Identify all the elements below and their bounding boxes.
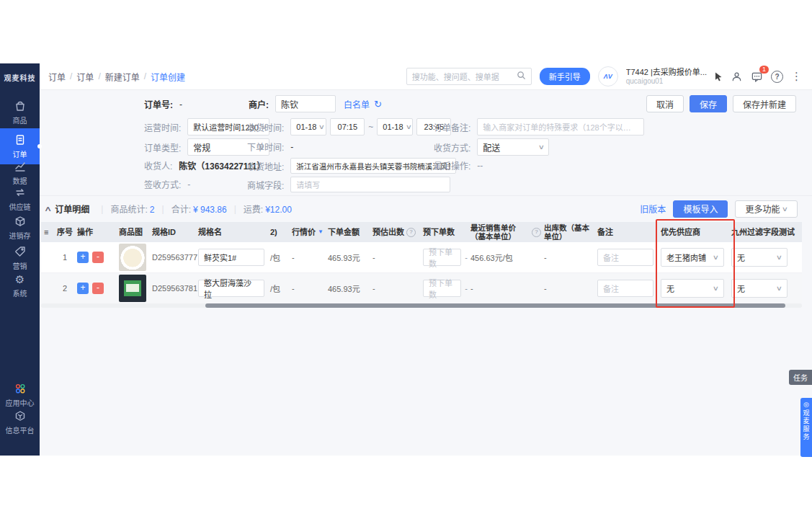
details-title: 订单明细 (55, 203, 89, 215)
sidebar-item-goods[interactable]: 商品 (0, 99, 40, 125)
chevron-down-icon: ∨ (776, 285, 782, 292)
order-doc-icon (14, 133, 27, 146)
sidebar-item-app-center[interactable]: 应用中心 (0, 382, 40, 408)
breadcrumb-item[interactable]: 订单 (48, 71, 66, 83)
contact-service-icon[interactable] (731, 71, 743, 83)
pre-order-input[interactable]: 预下单数 (423, 249, 461, 266)
app-center-icon (14, 382, 27, 395)
message-badge: 1 (759, 66, 769, 74)
receive-date-start-select[interactable]: 01-18 ∨ (290, 118, 326, 136)
save-and-new-button[interactable]: 保存并新建 (733, 95, 796, 112)
product-image[interactable] (119, 275, 146, 302)
breadcrumb-item[interactable]: 新建订单 (105, 71, 140, 83)
order-amount: 465.93元 (325, 242, 370, 272)
table-header-row: ≡ 序号 操作 商品图 规格ID 规格名 2) 行情价 ▼ 下单金额 预估出数 … (41, 222, 802, 242)
sortable-column-header[interactable]: 行情价 ▼ (289, 222, 325, 242)
sidebar-item-data[interactable]: 数据 (0, 160, 40, 186)
breadcrumb-item[interactable]: 订单 (76, 71, 94, 83)
breadcrumb: 订单 / 订单 / 新建订单 / 订单创建 (48, 71, 185, 83)
priority-supplier-select[interactable]: 无 ∨ (661, 279, 724, 298)
note-input[interactable]: 备注 (597, 280, 653, 297)
topbar: 订单 / 订单 / 新建订单 / 订单创建 搜功能、搜问题、搜单据 新手引导 Λ… (40, 63, 812, 90)
chevron-down-icon: ∨ (782, 205, 788, 213)
goods-bag-icon (14, 99, 27, 112)
template-import-button[interactable]: 模板导入 (673, 200, 728, 218)
chevron-down-icon: ∨ (776, 254, 782, 261)
jiuzhou-filter-select[interactable]: 无 ∨ (731, 279, 788, 298)
range-separator: ~ (368, 122, 373, 132)
avatar[interactable]: ΛV (598, 66, 618, 86)
pre-order-input[interactable]: 预下单数 (423, 280, 461, 297)
field-receive-method: 收货方式: 配送 ∨ (434, 138, 549, 156)
service-tab[interactable]: ◎ 观麦服务 (800, 398, 812, 457)
est-out-header: 预估出数 ? (370, 222, 420, 242)
sidebar: 观麦科技 商品 订单 数据 (0, 63, 40, 456)
field-last-operate: 最后操作: -- (434, 159, 483, 172)
spec-name-input[interactable]: 鲜芡实1# (198, 249, 264, 266)
table-row: 1 + - D259563777 鲜芡实1# /包 - 465.93元 - (41, 242, 802, 273)
global-search-input[interactable]: 搜功能、搜问题、搜单据 (406, 68, 532, 85)
horizontal-scrollbar-thumb[interactable] (205, 303, 785, 308)
drag-handle[interactable] (41, 273, 53, 303)
supply-chain-icon (14, 186, 27, 199)
mall-field-input[interactable]: 请填写 (290, 177, 450, 192)
sidebar-item-marketing[interactable]: 营销 (0, 245, 40, 271)
collapse-icon[interactable]: ∧ (44, 205, 53, 213)
field-order-time: 下单时间: - (247, 141, 293, 153)
add-row-button[interactable]: + (77, 283, 89, 294)
more-menu-icon[interactable]: ⋮ (791, 70, 802, 83)
order-details-bar: ∧ 订单明细 | 商品统计:2 | 合计:¥ 943.86 | 运费:¥12.0… (40, 195, 812, 221)
order-remark-input[interactable]: 输入商家对订单的特殊要求（128个字以内） (477, 118, 644, 136)
delete-row-button[interactable]: - (92, 252, 104, 263)
breadcrumb-current: 订单创建 (151, 71, 185, 83)
delete-row-button[interactable]: - (92, 283, 104, 294)
receive-method-select[interactable]: 配送 ∨ (477, 138, 549, 156)
product-image[interactable] (119, 244, 146, 271)
save-button[interactable]: 保存 (690, 95, 727, 112)
priority-supplier-select[interactable]: 老王猪肉铺 ∨ (661, 248, 724, 267)
newbie-guide-button[interactable]: 新手引导 (540, 68, 590, 85)
search-icon (517, 71, 526, 82)
sidebar-item-supply-chain[interactable]: 供应链 (0, 186, 40, 212)
address-input[interactable]: 浙江省温州市永嘉县岩头镇芙蓉书院楠溪江风景名胜区 (290, 158, 456, 174)
add-row-button[interactable]: + (77, 252, 89, 263)
sidebar-item-inventory[interactable]: 进销存 (0, 215, 40, 241)
spec-id: D259563781 (149, 273, 195, 303)
task-tab[interactable]: 任务 (789, 370, 812, 385)
help-icon[interactable]: ? (771, 71, 783, 83)
chevron-down-icon: ∨ (405, 123, 411, 130)
field-address: 收货地址: 浙江省温州市永嘉县岩头镇芙蓉书院楠溪江风景名胜区 (247, 158, 456, 174)
gear-icon: ⚙ (15, 272, 24, 285)
search-placeholder: 搜功能、搜问题、搜单据 (412, 71, 512, 82)
receive-time-start-input[interactable]: 07:15 (330, 118, 365, 136)
details-actions: 旧版本 模板导入 更多功能 ∨ (640, 200, 798, 218)
field-sign-method: 签收方式: - (144, 178, 190, 190)
order-items-table: ≡ 序号 操作 商品图 规格ID 规格名 2) 行情价 ▼ 下单金额 预估出数 … (41, 222, 802, 303)
data-chart-icon (14, 160, 27, 173)
marketing-tag-icon (14, 245, 27, 258)
spec-name-input[interactable]: 憨大厨海藻沙拉 (198, 280, 264, 297)
more-functions-button[interactable]: 更多功能 ∨ (735, 200, 798, 218)
user-account: qucaigou01 (626, 77, 707, 86)
goods-count: 商品统计:2 (110, 203, 154, 215)
jiuzhou-filter-select[interactable]: 无 ∨ (731, 248, 788, 267)
sidebar-item-orders[interactable]: 订单 (0, 128, 40, 164)
messages-icon[interactable]: 1 (751, 71, 763, 83)
sidebar-item-info-platform[interactable]: 信息平台 (0, 409, 40, 435)
note-input[interactable]: 备注 (597, 249, 653, 266)
user-info[interactable]: T7442 |去采购报价单... qucaigou01 (626, 68, 707, 85)
info-icon[interactable]: ? (406, 228, 416, 237)
cancel-button[interactable]: 取消 (646, 95, 684, 112)
drag-handle[interactable] (41, 242, 53, 272)
merchant-input[interactable]: 陈钦 (275, 95, 336, 112)
chevron-down-icon: ∨ (713, 285, 719, 292)
horizontal-scrollbar-track[interactable] (41, 303, 802, 308)
refresh-icon[interactable]: ↻ (374, 99, 382, 110)
old-version-link[interactable]: 旧版本 (640, 203, 666, 215)
sidebar-item-system[interactable]: ⚙ 系统 (0, 272, 40, 298)
receive-date-end-select[interactable]: 01-18 ∨ (377, 118, 413, 136)
whitelist-link[interactable]: 白名单 (344, 98, 370, 110)
info-icon[interactable]: ? (532, 228, 541, 237)
breadcrumb-separator: / (70, 71, 72, 81)
breadcrumb-separator: / (98, 71, 100, 81)
